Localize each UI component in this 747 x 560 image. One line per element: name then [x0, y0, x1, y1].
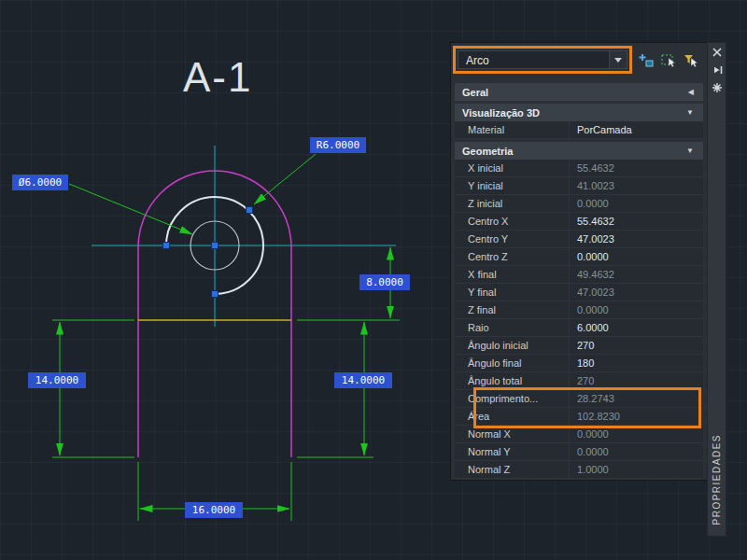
quick-select-icon	[683, 52, 699, 69]
row-normal-y[interactable]: Normal Y 0.0000	[455, 443, 703, 461]
width-dimension-label[interactable]: 16.0000	[185, 502, 243, 518]
grip-arc-end[interactable]	[163, 243, 170, 249]
property-value[interactable]: 270	[570, 337, 703, 354]
property-value[interactable]: 0.0000	[570, 426, 703, 442]
category-row-geometria[interactable]: Geometria ▼	[455, 142, 703, 160]
grip-arc-start[interactable]	[212, 291, 218, 298]
settings-icon	[712, 82, 723, 93]
chevron-down-icon	[614, 58, 622, 63]
property-value[interactable]: 102.8230	[570, 408, 703, 425]
property-value[interactable]: 6.0000	[570, 319, 703, 336]
row-angulo-inicial[interactable]: Ângulo inicial 270	[455, 337, 703, 355]
grip-handles[interactable]	[163, 207, 253, 298]
row-angulo-final[interactable]: Ângulo final 180	[455, 355, 703, 372]
center-crosshair-lines	[92, 146, 396, 327]
property-value[interactable]: 55.4632	[570, 213, 703, 230]
property-value[interactable]: 270	[570, 372, 703, 389]
object-type-dropdown[interactable]: Arco	[458, 50, 627, 69]
property-value[interactable]: 180	[570, 355, 703, 371]
property-rows: Geral ◀ Visualização 3D ▼ Material PorCa…	[455, 83, 703, 479]
property-value[interactable]: PorCamada	[570, 121, 703, 138]
auto-hide-button[interactable]	[708, 61, 726, 78]
property-value[interactable]: 0.0000	[570, 248, 703, 265]
settings-button[interactable]	[708, 78, 726, 96]
properties-panel: Arco	[450, 42, 708, 481]
select-objects-icon	[660, 52, 677, 69]
dropdown-button[interactable]	[609, 51, 627, 68]
row-x-inicial[interactable]: X inicial 55.4632	[455, 160, 703, 177]
close-icon	[712, 47, 723, 58]
palette-title-bar: PROPRIEDADES	[707, 42, 726, 537]
diameter-leader-line[interactable]	[69, 184, 192, 234]
selected-object-type: Arco	[458, 51, 609, 68]
property-value[interactable]: 47.0023	[570, 284, 703, 301]
palette-header: Arco	[451, 43, 707, 82]
selector-highlight-box: Arco	[453, 46, 632, 74]
row-y-final[interactable]: Y final 47.0023	[455, 284, 703, 301]
row-centro-y[interactable]: Centro Y 47.0023	[455, 231, 703, 248]
row-raio[interactable]: Raio 6.0000	[455, 319, 703, 337]
height-dimension-label[interactable]: 8.0000	[359, 274, 410, 290]
row-normal-z[interactable]: Normal Z 1.0000	[455, 461, 703, 479]
row-x-final[interactable]: X final 49.4632	[455, 266, 703, 284]
autocad-window: A-1	[0, 0, 747, 560]
row-angulo-total[interactable]: Ângulo total 270	[455, 372, 703, 390]
property-value[interactable]: 0.0000	[570, 443, 703, 460]
palette-title: PROPRIEDADES	[712, 434, 722, 525]
row-centro-z[interactable]: Centro Z 0.0000	[455, 248, 703, 266]
property-value[interactable]: 1.0000	[570, 461, 703, 478]
grip-center[interactable]	[212, 243, 218, 249]
row-comprimento[interactable]: Comprimento... 28.2743	[455, 390, 703, 408]
property-value[interactable]: 0.0000	[570, 195, 703, 212]
property-value[interactable]: 49.4632	[570, 266, 703, 283]
row-centro-x[interactable]: Centro X 55.4632	[455, 213, 703, 231]
collapse-arrow-icon: ▼	[686, 108, 694, 117]
property-value[interactable]: 47.0023	[570, 231, 703, 247]
quick-select-button[interactable]	[681, 49, 701, 72]
radius-leader-line[interactable]	[254, 154, 316, 204]
collapse-arrow-icon: ◀	[688, 88, 694, 96]
radius-dimension-label[interactable]: R6.0000	[310, 137, 366, 153]
dimension-extension-lines	[52, 320, 400, 521]
left-dimension-label[interactable]: 14.0000	[28, 372, 86, 388]
close-button[interactable]	[708, 43, 726, 61]
row-y-inicial[interactable]: Y inicial 41.0023	[455, 177, 703, 195]
select-objects-button[interactable]	[658, 49, 679, 72]
row-normal-x[interactable]: Normal X 0.0000	[455, 426, 703, 443]
category-row-visualizacao-3d[interactable]: Visualização 3D ▼	[455, 104, 703, 121]
auto-hide-icon	[712, 64, 723, 76]
row-z-inicial[interactable]: Z inicial 0.0000	[455, 195, 703, 213]
collapse-arrow-icon: ▼	[686, 147, 694, 155]
pickadd-toggle-button[interactable]	[636, 49, 656, 72]
right-dimension-label[interactable]: 14.0000	[334, 372, 392, 388]
property-value[interactable]: 0.0000	[570, 301, 703, 318]
row-z-final[interactable]: Z final 0.0000	[455, 301, 703, 319]
grip-arc-mid[interactable]	[247, 207, 253, 214]
category-row-geral[interactable]: Geral ◀	[455, 83, 703, 101]
row-material[interactable]: Material PorCamada	[455, 121, 703, 139]
diameter-dimension-label[interactable]: Ø6.0000	[12, 175, 68, 190]
property-value[interactable]: 28.2743	[570, 390, 703, 407]
property-value[interactable]: 41.0023	[570, 177, 703, 194]
property-value[interactable]: 55.4632	[570, 160, 703, 176]
row-area[interactable]: Área 102.8230	[455, 408, 703, 426]
pickadd-toggle-icon	[638, 52, 655, 69]
